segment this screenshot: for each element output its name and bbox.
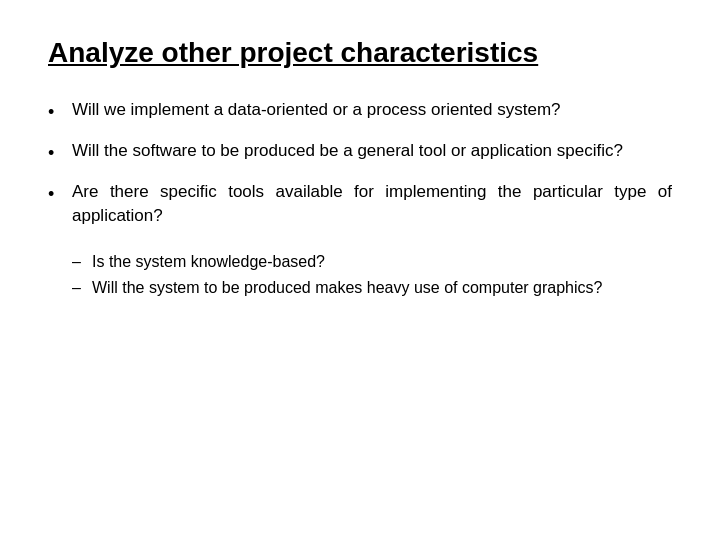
slide-container: Analyze other project characteristics • … bbox=[0, 0, 720, 540]
sub-bullet-list: – Is the system knowledge-based? – Will … bbox=[72, 251, 672, 300]
bullet-dot: • bbox=[48, 140, 72, 166]
list-item: – Is the system knowledge-based? bbox=[72, 251, 672, 273]
sub-dash: – bbox=[72, 277, 90, 299]
sub-dash: – bbox=[72, 251, 90, 273]
bullet-text: Will we implement a data-oriented or a p… bbox=[72, 98, 672, 123]
bullet-list: • Will we implement a data-oriented or a… bbox=[48, 98, 672, 243]
list-item: • Are there specific tools available for… bbox=[48, 180, 672, 229]
list-item: • Will the software to be produced be a … bbox=[48, 139, 672, 166]
bullet-text: Will the software to be produced be a ge… bbox=[72, 139, 672, 164]
bullet-text: Are there specific tools available for i… bbox=[72, 180, 672, 229]
list-item: • Will we implement a data-oriented or a… bbox=[48, 98, 672, 125]
sub-text: Will the system to be produced makes hea… bbox=[92, 277, 672, 299]
sub-text: Is the system knowledge-based? bbox=[92, 251, 672, 273]
bullet-dot: • bbox=[48, 99, 72, 125]
list-item: – Will the system to be produced makes h… bbox=[72, 277, 672, 299]
slide-title: Analyze other project characteristics bbox=[48, 36, 672, 70]
bullet-dot: • bbox=[48, 181, 72, 207]
